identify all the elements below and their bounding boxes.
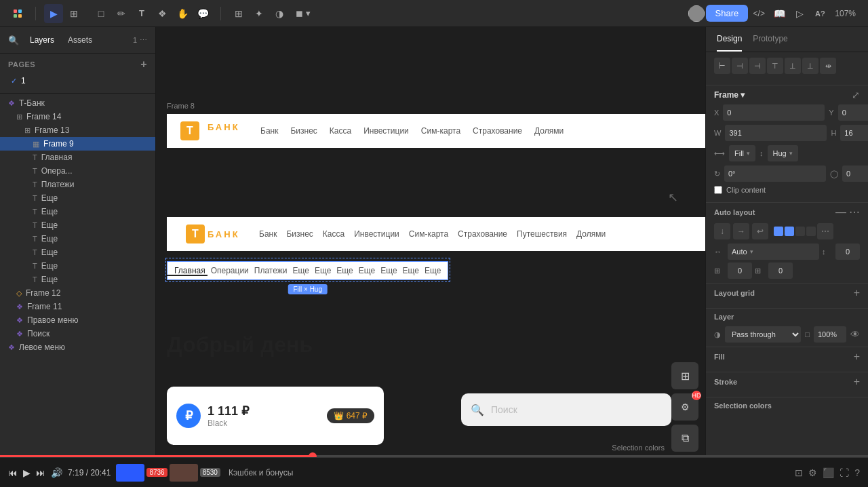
- auto-layout-more-btn[interactable]: ⋯: [849, 207, 860, 218]
- app-menu-btn[interactable]: [8, 4, 27, 23]
- blend-mode-select[interactable]: Pass through: [725, 326, 801, 343]
- assets-tab[interactable]: Assets: [62, 33, 98, 47]
- y-input[interactable]: 0: [838, 104, 868, 121]
- al-more-btn[interactable]: ⋯: [817, 223, 833, 239]
- align-bottom-btn[interactable]: ⊥: [802, 58, 818, 74]
- align-center-v-btn[interactable]: ⊥: [785, 58, 801, 74]
- canvas-btn-screen[interactable]: ⧉: [671, 425, 698, 452]
- hand-tool-btn[interactable]: ✋: [173, 4, 192, 23]
- visibility-toggle-btn[interactable]: 👁: [850, 329, 860, 340]
- plugin-btn[interactable]: ✦: [250, 4, 269, 23]
- layer-frame14[interactable]: ⊞ Frame 14: [0, 110, 155, 123]
- al-padding-v-input[interactable]: [768, 262, 793, 279]
- canvas-area[interactable]: Frame 8 Т БАНК Банк Бизнес Касса Инвести…: [156, 27, 705, 487]
- nav-link2-invest[interactable]: Инвестиции: [354, 229, 399, 239]
- al-padding-input[interactable]: 0: [728, 262, 752, 279]
- nav-link2-sim[interactable]: Сим-карта: [409, 229, 448, 239]
- settings-video-btn[interactable]: ⚙: [808, 467, 817, 478]
- layer-t-bank[interactable]: ❖ Т-Банк: [0, 96, 155, 110]
- align-right-btn[interactable]: ⊣: [749, 58, 766, 74]
- fill-mode-btn[interactable]: ◼ ▾: [290, 4, 316, 23]
- layer-esche3[interactable]: T Еще: [0, 218, 155, 232]
- prev-btn[interactable]: ⏮: [8, 467, 18, 478]
- next-btn[interactable]: ⏭: [36, 467, 45, 478]
- layer-opera[interactable]: T Опера...: [0, 164, 155, 178]
- fill-dropdown[interactable]: Fill ▾: [729, 145, 755, 161]
- al-grid-4[interactable]: [806, 227, 816, 236]
- subtitles-btn[interactable]: ⊡: [795, 467, 803, 478]
- al-gap-input[interactable]: 0: [835, 244, 860, 260]
- comment-tool-btn[interactable]: 💬: [193, 4, 212, 23]
- al-wrap-btn[interactable]: ↩: [752, 223, 768, 239]
- layer-esche5[interactable]: T Еще: [0, 246, 155, 259]
- text-tool-btn[interactable]: T: [132, 4, 151, 23]
- layer-glavnaya[interactable]: T Главная: [0, 151, 155, 164]
- layer-frame12[interactable]: ◇ Frame 12: [0, 286, 155, 300]
- canvas-btn-settings[interactable]: ⚙ HD: [671, 393, 698, 421]
- layer-levoe-menu[interactable]: ❖ Левое меню: [0, 340, 155, 354]
- grid-btn[interactable]: ⊞: [229, 4, 248, 23]
- layer-poisk[interactable]: ❖ Поиск: [0, 327, 155, 340]
- nav-link2-travel[interactable]: Путешествия: [517, 229, 567, 239]
- add-page-btn[interactable]: +: [140, 59, 147, 70]
- account-card[interactable]: ₽ 1 111 ₽ Black 👑 647 ₽: [167, 387, 384, 445]
- page-item-1[interactable]: ✓ 1: [8, 74, 147, 87]
- add-stroke-btn[interactable]: +: [854, 376, 860, 387]
- clip-content-checkbox[interactable]: [714, 186, 722, 194]
- nav-link-insurance[interactable]: Страхование: [473, 126, 522, 136]
- add-grid-btn[interactable]: +: [854, 288, 860, 298]
- nav-link-business[interactable]: Бизнес: [290, 126, 317, 136]
- layer-platezhi[interactable]: T Платежи: [0, 178, 155, 191]
- al-right-btn[interactable]: →: [733, 223, 749, 239]
- align-center-h-btn[interactable]: ⊣: [732, 58, 748, 74]
- auto-layout-minus-btn[interactable]: —: [835, 207, 846, 218]
- corner-input[interactable]: 0: [842, 165, 868, 182]
- align-left-btn[interactable]: ⊢: [714, 58, 730, 74]
- nav-link2-kassa[interactable]: Касса: [323, 229, 344, 239]
- nav-link-dolami[interactable]: Долями: [534, 126, 564, 136]
- x-input[interactable]: 0: [723, 104, 825, 121]
- nav-link2-insurance[interactable]: Страхование: [458, 229, 507, 239]
- layer-esche6[interactable]: T Еще: [0, 259, 155, 273]
- nav-link2-bank[interactable]: Банк: [259, 229, 277, 239]
- zoom-btn[interactable]: 107%: [831, 9, 860, 18]
- hug-dropdown[interactable]: Hug ▾: [768, 145, 798, 161]
- ai-btn[interactable]: A?: [810, 4, 829, 23]
- layer-esche2[interactable]: T Еще: [0, 205, 155, 218]
- move-tool-btn[interactable]: ▶: [44, 4, 63, 23]
- library-btn[interactable]: 📖: [770, 4, 789, 23]
- prototype-tab[interactable]: Prototype: [753, 27, 787, 52]
- present-btn[interactable]: ▷: [790, 4, 809, 23]
- fullscreen-btn[interactable]: ⛶: [840, 467, 849, 478]
- opacity-input[interactable]: 100%: [814, 326, 846, 343]
- nav-link2-dolami[interactable]: Долями: [576, 229, 606, 239]
- frame-tool-btn[interactable]: ⊞: [64, 4, 83, 23]
- search-card[interactable]: 🔍 Поиск: [461, 393, 671, 426]
- nav-link2-business[interactable]: Бизнес: [286, 229, 313, 239]
- theater-btn[interactable]: ⬛: [823, 467, 834, 478]
- al-auto-select[interactable]: Auto ▾: [728, 244, 819, 260]
- layer-frame13[interactable]: ⊞ Frame 13: [0, 123, 155, 137]
- rotation-input[interactable]: 0°: [724, 165, 826, 182]
- nav-link-sim[interactable]: Сим-карта: [421, 126, 460, 136]
- layer-esche7[interactable]: T Еще: [0, 273, 155, 286]
- vector-tool-btn[interactable]: ✏: [112, 4, 131, 23]
- layer-esche4[interactable]: T Еще: [0, 232, 155, 246]
- play-btn[interactable]: ▶: [23, 467, 31, 478]
- nav-link-invest[interactable]: Инвестиции: [363, 126, 409, 136]
- frame-resize-icon[interactable]: ⤢: [852, 90, 860, 100]
- design-tab[interactable]: Design: [717, 27, 742, 52]
- distribute-h-btn[interactable]: ⇹: [820, 58, 836, 74]
- shape-tool-btn[interactable]: □: [92, 4, 111, 23]
- layer-frame9[interactable]: ▦ Frame 9: [0, 137, 155, 151]
- layers-tab[interactable]: Layers: [24, 33, 60, 47]
- component-tool-btn[interactable]: ❖: [153, 4, 172, 23]
- nav-link-bank[interactable]: Банк: [260, 126, 278, 136]
- layer-esche1[interactable]: T Еще: [0, 191, 155, 205]
- al-grid-3[interactable]: [795, 227, 805, 236]
- layer-pravoe-menu[interactable]: ❖ Правое меню: [0, 313, 155, 327]
- h-input[interactable]: 16: [840, 125, 868, 141]
- align-top-btn[interactable]: ⊤: [767, 58, 783, 74]
- w-input[interactable]: 391: [725, 125, 827, 141]
- user-avatar[interactable]: [688, 5, 705, 22]
